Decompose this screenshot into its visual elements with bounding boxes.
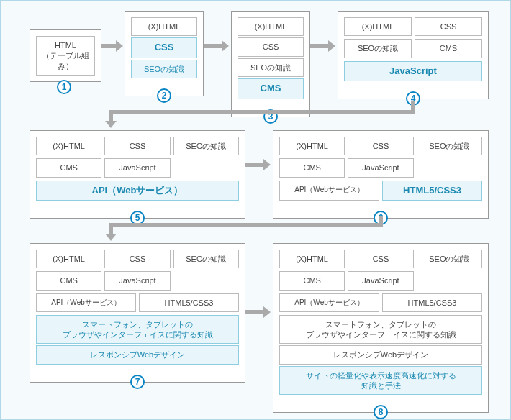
arrow [310, 44, 328, 48]
arrow [101, 44, 116, 48]
skill: JavaScript [104, 158, 170, 177]
skill: CMS [238, 78, 304, 99]
skill: (X)HTML [238, 17, 304, 36]
skill: JavaScript [348, 271, 413, 290]
skill: SEOの知識 [238, 58, 304, 77]
card-2: (X)HTML CSS SEOの知識 2 [125, 11, 204, 96]
skill: HTML （テーブル組み） [36, 36, 95, 76]
skill: SEOの知識 [173, 250, 239, 268]
skill: サイトの軽量化や表示速度高速化に対する 知識と手法 [279, 366, 482, 396]
arrow [109, 223, 383, 227]
arrow [245, 310, 263, 314]
skill: JavaScript [344, 61, 482, 82]
skill: スマートフォン、タブレットの ブラウザやインターフェイスに関する知識 [36, 315, 239, 344]
arrow-head [328, 40, 335, 52]
arrow [109, 223, 113, 234]
arrow [109, 110, 113, 121]
skill: CSS [131, 37, 197, 58]
skill: API（Webサービス） [279, 181, 379, 201]
skill: API（Webサービス） [279, 293, 379, 312]
skill: API（Webサービス） [36, 293, 136, 312]
badge-2: 2 [157, 88, 171, 103]
skill: HTML5/CSS3 [139, 293, 239, 312]
skill: JavaScript [104, 271, 170, 290]
skill: (X)HTML [279, 137, 345, 155]
skill: CSS [104, 250, 170, 268]
skill: (X)HTML [344, 17, 412, 36]
card-1: HTML （テーブル組み） [30, 29, 101, 82]
skill: レスポンシブWebデザイン [279, 345, 482, 364]
card-6: (X)HTML CSS SEOの知識 CMS JavaScript API（We… [273, 130, 489, 219]
arrow-head [263, 159, 271, 170]
card-8: (X)HTML CSS SEOの知識 CMS JavaScript API（We… [273, 243, 489, 413]
skill: SEOの知識 [173, 137, 239, 155]
skill: CMS [415, 39, 482, 58]
arrow-head [263, 306, 271, 318]
card-3: (X)HTML CSS SEOの知識 CMS 3 [231, 11, 310, 117]
card-4: (X)HTML CSS SEOの知識 CMS JavaScript 4 [338, 11, 489, 99]
skill: レスポンシブWebデザイン [36, 345, 239, 364]
card-5: (X)HTML CSS SEOの知識 CMS JavaScript API（We… [30, 130, 245, 219]
skill: CMS [279, 271, 345, 290]
skill: SEOの知識 [417, 250, 482, 268]
skill: CSS [348, 250, 413, 268]
arrow-head [105, 234, 117, 241]
skill: SEOの知識 [344, 39, 412, 58]
skill: CSS [104, 137, 170, 155]
skill: CSS [348, 137, 413, 155]
skill: SEOの知識 [417, 137, 482, 155]
arrow [245, 163, 263, 167]
skill: HTML5/CSS3 [382, 293, 482, 312]
skill: CMS [279, 158, 345, 177]
arrow-head [105, 121, 117, 128]
skill: SEOの知識 [131, 60, 197, 78]
arrow-head [222, 40, 229, 52]
arrow [204, 44, 222, 48]
badge-1: 1 [57, 80, 71, 94]
arrow [109, 110, 415, 114]
skill: (X)HTML [279, 250, 345, 268]
skill: CSS [415, 17, 482, 36]
skill: スマートフォン、タブレットの ブラウザやインターフェイスに関する知識 [279, 315, 482, 344]
card-7: (X)HTML CSS SEOの知識 CMS JavaScript API（We… [30, 243, 245, 383]
skill: HTML5/CSS3 [382, 181, 482, 201]
skill: CMS [36, 158, 101, 177]
skill: (X)HTML [36, 250, 101, 268]
arrow-head [116, 40, 123, 52]
skill: CSS [238, 37, 304, 56]
diagram-canvas: HTML （テーブル組み） 1 (X)HTML CSS SEOの知識 2 (X)… [0, 0, 511, 420]
skill: API（Webサービス） [36, 181, 239, 201]
skill: CMS [36, 271, 101, 290]
badge-7: 7 [130, 375, 145, 389]
skill: (X)HTML [131, 17, 197, 36]
skill: JavaScript [348, 158, 413, 177]
badge-8: 8 [374, 405, 388, 419]
skill: (X)HTML [36, 137, 101, 155]
